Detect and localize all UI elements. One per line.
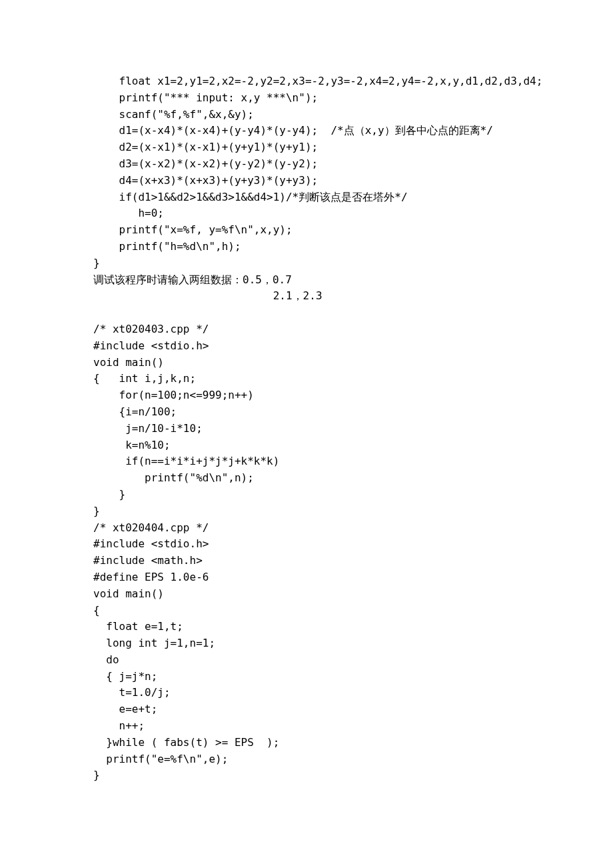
code-line: float x1=2,y1=2,x2=-2,y2=2,x3=-2,y3=-2,x… [93,73,526,90]
code-line: for(n=100;n<=999;n++) [93,387,526,404]
code-line: {i=n/100; [93,404,526,421]
code-line: } [93,255,526,272]
code-line: void main() [93,586,526,603]
code-line: { j=j*n; [93,669,526,685]
code-line: h=0; [93,205,526,222]
code-line: #define EPS 1.0e-6 [93,569,526,586]
code-line: long int j=1,n=1; [93,635,526,652]
code-line: /* xt020404.cpp */ [93,520,526,537]
code-line [93,305,526,321]
code-line: /* xt020403.cpp */ [93,321,526,338]
code-line: d2=(x-x1)*(x-x1)+(y+y1)*(y+y1); [93,139,526,156]
code-line: { int i,j,k,n; [93,371,526,387]
code-line: d4=(x+x3)*(x+x3)+(y+y3)*(y+y3); [93,173,526,189]
code-line: } [93,503,526,520]
code-line: 调试该程序时请输入两组数据：0.5，0.7 [93,272,526,289]
code-line: printf("*** input: x,y ***\n"); [93,90,526,107]
code-line: void main() [93,355,526,371]
code-line: printf("h=%d\n",h); [93,239,526,255]
code-line: do [93,652,526,669]
code-line: scanf("%f,%f",&x,&y); [93,107,526,123]
document-page: float x1=2,y1=2,x2=-2,y2=2,x3=-2,y3=-2,x… [0,0,613,824]
code-line: printf("%d\n",n); [93,470,526,487]
code-line: d1=(x-x4)*(x-x4)+(y-y4)*(y-y4); /*点（x,y）… [93,123,526,139]
code-line: printf("x=%f, y=%f\n",x,y); [93,222,526,239]
code-line: }while ( fabs(t) >= EPS ); [93,735,526,751]
code-line: #include <math.h> [93,553,526,569]
code-line: float e=1,t; [93,619,526,635]
code-line: 2.1，2.3 [93,288,526,305]
code-line: } [93,487,526,503]
code-line: #include <stdio.h> [93,536,526,553]
code-line: k=n%10; [93,437,526,454]
code-line: n++; [93,718,526,735]
code-line: printf("e=%f\n",e); [93,751,526,768]
code-line: { [93,603,526,619]
code-line: t=1.0/j; [93,685,526,701]
code-line: if(n==i*i*i+j*j*j+k*k*k) [93,453,526,470]
code-line: d3=(x-x2)*(x-x2)+(y-y2)*(y-y2); [93,156,526,173]
code-line: e=e+t; [93,701,526,718]
code-line: #include <stdio.h> [93,338,526,355]
code-line: } [93,767,526,784]
code-line: j=n/10-i*10; [93,421,526,437]
code-line: if(d1>1&&d2>1&&d3>1&&d4>1)/*判断该点是否在塔外*/ [93,189,526,206]
